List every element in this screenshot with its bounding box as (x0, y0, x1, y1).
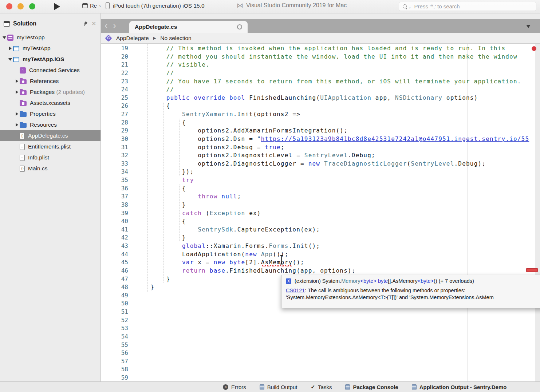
sidebar-item-packages[interactable]: Packages (2 updates) (0, 87, 100, 98)
dock-item-errors[interactable]: Errors (223, 384, 246, 390)
code-line[interactable]: 30 options2.Dsn = "https://5a193123a9b84… (101, 135, 540, 143)
code-token: 'System.MemoryExtensions.AsMemory<T>(T[]… (286, 294, 494, 300)
tab-modified-icon[interactable] (237, 24, 242, 29)
sidebar-item-main-cs[interactable]: Main.cs (0, 163, 100, 174)
code-line[interactable]: 53 (101, 324, 540, 333)
line-number: 21 (101, 61, 133, 69)
code-line[interactable]: 33 options2.DiagnosticLogger = new Trace… (101, 160, 540, 168)
disclosure-triangle-icon[interactable] (14, 79, 20, 83)
disclosure-triangle-icon[interactable] (14, 123, 20, 127)
sidebar-item-mytestapp[interactable]: myTestApp (0, 43, 100, 54)
code-line[interactable]: 58 (101, 365, 540, 374)
code-line[interactable]: 21 // visible. (101, 61, 540, 69)
file-error-indicator[interactable] (532, 46, 536, 51)
doc-icon (412, 384, 417, 390)
code-line[interactable]: 41 SentrySdk.CaptureException(ex); (101, 226, 540, 234)
code-text: throw null; (133, 193, 241, 201)
code-line[interactable]: 22 // (101, 69, 540, 78)
disclosure-triangle-icon[interactable] (7, 47, 13, 50)
code-token: LoadApplication( (135, 251, 245, 258)
folder-purple-sq-icon (20, 101, 27, 106)
code-line[interactable]: 46 return base.FinishedLaunching(app, op… (101, 267, 540, 275)
code-line[interactable]: 56 (101, 349, 540, 357)
sidebar-item-properties[interactable]: Properties (0, 108, 100, 119)
code-token (190, 94, 194, 101)
code-line[interactable]: 26 { (101, 102, 540, 110)
code-line[interactable]: 29 options2.AddXamarinFormsIntegration()… (101, 127, 540, 135)
main-area: Solution ✕ myTestAppmyTestAppmyTestApp.i… (0, 13, 540, 381)
dock-item-tasks[interactable]: Tasks (311, 384, 332, 390)
disclosure-triangle-icon[interactable] (7, 58, 13, 61)
code-line[interactable]: 55 (101, 341, 540, 349)
device-selector[interactable]: iPod touch (7th generation) iOS 15.0 (106, 2, 205, 9)
code-line[interactable]: 19 // This method is invoked when the ap… (101, 44, 540, 53)
code-line[interactable]: 27 SentryXamarin.Init(options2 => (101, 110, 540, 119)
code-line[interactable]: 43 global::Xamarin.Forms.Forms.Init(); (101, 242, 540, 250)
code-line[interactable]: 20 // method you should instantiate the … (101, 53, 540, 61)
scrollbar-error-marker[interactable] (526, 268, 538, 272)
sidebar-item-references[interactable]: References (0, 76, 100, 87)
tab-list-dropdown-icon[interactable] (526, 25, 531, 28)
code-line[interactable]: 24 // (101, 86, 540, 94)
sidebar-item-mytestapp-ios[interactable]: myTestApp.iOS (0, 54, 100, 65)
sidebar-item-assets-xcassets[interactable]: Assets.xcassets (0, 98, 100, 108)
code-line[interactable]: 44 LoadApplication(new App()); (101, 250, 540, 259)
code-text: LoadApplication(new App()); (133, 250, 289, 259)
sidebar-item-appdelegate-cs[interactable]: AppDelegate.cs (0, 130, 100, 141)
configuration-selector[interactable]: Re › (82, 3, 101, 9)
code-line[interactable]: 52 (101, 316, 540, 325)
breadcrumb-class[interactable]: AppDelegate (116, 35, 149, 41)
sidebar-item-connected-services[interactable]: Connected Services (0, 65, 100, 76)
sidebar-item-resources[interactable]: Resources (0, 119, 100, 130)
run-button[interactable] (54, 3, 60, 10)
code-line[interactable]: 32 options2.DiagnosticLevel = SentryLeve… (101, 151, 540, 160)
code-line[interactable]: 54 (101, 333, 540, 341)
pin-icon[interactable] (82, 20, 89, 27)
tab-strip: ‹› AppDelegate.cs (101, 19, 540, 33)
code-line[interactable]: 28 { (101, 119, 540, 127)
code-token: FinishedLaunching( (245, 94, 320, 101)
code-line[interactable]: 31 options2.Debug = true; (101, 143, 540, 152)
navigate-back-forward[interactable]: ‹› (105, 20, 121, 31)
code-line[interactable]: 45 var x = new byte[2].AsMemory(); (101, 258, 540, 267)
sidebar-item-info-plist[interactable]: Info.plist (0, 152, 100, 163)
line-number: 37 (101, 193, 133, 201)
close-icon[interactable]: ✕ (91, 21, 96, 26)
minimize-window-button[interactable] (17, 3, 24, 9)
dock-item-build-output[interactable]: Build Output (260, 384, 297, 390)
sidebar-item-entitlements-plist[interactable]: Entitlements.plist (0, 141, 100, 152)
code-line[interactable]: 23 // You have 17 seconds to return from… (101, 78, 540, 86)
zoom-window-button[interactable] (29, 3, 35, 9)
breadcrumb-selection[interactable]: No selection (160, 35, 191, 41)
code-line[interactable]: 36 { (101, 185, 540, 193)
code-editor[interactable]: 19 // This method is invoked when the ap… (101, 44, 540, 381)
connected-services-icon (20, 67, 26, 74)
line-number: 50 (101, 300, 133, 308)
disclosure-triangle-icon[interactable] (1, 36, 7, 39)
code-line[interactable]: 40 { (101, 217, 540, 226)
code-line[interactable]: 42 } (101, 234, 540, 242)
line-number: 57 (101, 357, 133, 366)
sidebar-item-mytestapp[interactable]: myTestApp (0, 32, 100, 43)
close-window-button[interactable] (6, 3, 12, 9)
global-search-field[interactable]: ⌄ Press '^,' to search (399, 2, 536, 11)
tab-appdelegate[interactable]: AppDelegate.cs (129, 21, 248, 33)
dock-item-application-output-sentry-demo[interactable]: Application Output - Sentry.Demo (412, 384, 507, 390)
dock-item-package-console[interactable]: Package Console (345, 384, 398, 390)
code-line[interactable]: 39 catch (Exception ex) (101, 209, 540, 218)
code-line[interactable]: 38 } (101, 201, 540, 209)
code-token (135, 267, 182, 274)
editor-scrollbar[interactable] (535, 44, 540, 381)
code-line[interactable]: 34 }); (101, 168, 540, 176)
code-line[interactable]: 25 public override bool FinishedLaunchin… (101, 94, 540, 102)
tree-item-label: References (30, 78, 59, 84)
code-token (225, 94, 229, 101)
code-token: SentrySdk (198, 226, 233, 233)
code-line[interactable]: 37 throw null; (101, 193, 540, 201)
disclosure-triangle-icon[interactable] (14, 90, 20, 94)
code-line[interactable]: 59 (101, 374, 540, 381)
code-line[interactable]: 51 (101, 308, 540, 316)
disclosure-triangle-icon[interactable] (14, 112, 20, 116)
code-line[interactable]: 57 (101, 357, 540, 366)
code-line[interactable]: 35 try (101, 176, 540, 185)
